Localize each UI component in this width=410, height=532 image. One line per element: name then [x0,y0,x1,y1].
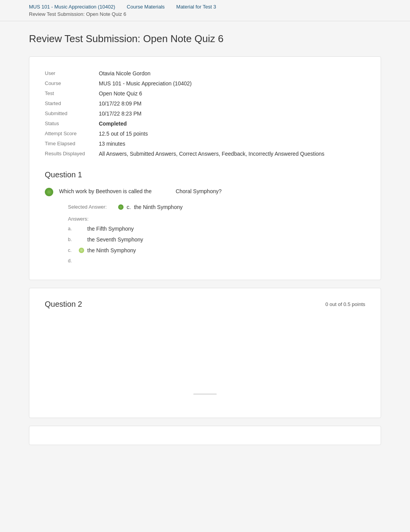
answer-text-b: the Seventh Symphony [87,236,143,243]
answer-item-b: b. the Seventh Symphony [68,236,365,243]
results-value: All Answers, Submitted Answers, Correct … [99,149,365,159]
answer-dot-c [79,248,84,253]
answer-item-a: a. the Fifth Symphony [68,226,365,232]
info-row-submitted: Submitted 10/17/22 8:23 PM [45,109,365,119]
question1-text-blank [153,188,174,194]
answer-dot-a [79,226,84,231]
question2-header: Question 2 0 out of 0.5 points [45,300,365,309]
status-label: Status [45,119,99,129]
breadcrumb-current: Review Test Submission: Open Note Quiz 6 [29,11,381,17]
question1-body: Which work by Beethoven is called the Ch… [45,187,365,196]
course-label: Course [45,78,99,88]
time-label: Time Elapsed [45,139,99,149]
question2-content [45,316,365,394]
results-label: Results Displayed [45,149,99,159]
time-value: 13 minutes [99,139,365,149]
question1-text: Which work by Beethoven is called the Ch… [59,187,222,195]
question1-header: Question 1 [45,170,365,179]
submission-info-table: User Otavia Nicole Gordon Course MUS 101… [45,68,365,159]
status-value: Completed [99,119,365,129]
answer-letter-b: b. [68,237,76,242]
info-row-started: Started 10/17/22 8:09 PM [45,99,365,109]
question2-title: Question 2 [45,300,82,309]
answer-letter-c: c. [68,248,76,253]
breadcrumb-line1: MUS 101 - Music Appreciation (10402) Cou… [29,4,381,10]
breadcrumb-materials[interactable]: Course Materials [127,4,164,10]
answer-dot-b [79,237,84,242]
score-label: Attempt Score [45,129,99,139]
selected-answer-dot [118,204,124,210]
info-row-status: Status Completed [45,119,365,129]
answer-letter-a: a. [68,226,76,231]
question1-title: Question 1 [45,170,82,179]
selected-answer-value: c. the Ninth Symphony [118,204,183,210]
started-value: 10/17/22 8:09 PM [99,99,365,109]
breadcrumb-course[interactable]: MUS 101 - Music Appreciation (10402) [29,4,115,10]
started-label: Started [45,99,99,109]
main-content: Review Test Submission: Open Note Quiz 6… [0,21,410,464]
answers-label: Answers: [68,216,365,222]
info-row-results: Results Displayed All Answers, Submitted… [45,149,365,159]
submitted-value: 10/17/22 8:23 PM [99,109,365,119]
answer-list: a. the Fifth Symphony b. the Seventh Sym… [68,226,365,263]
answer-item-c: c. the Ninth Symphony [68,247,365,253]
answer-item-d: d. [68,258,365,263]
selected-answer-text: the Ninth Symphony [134,204,183,210]
score-value: 12.5 out of 15 points [99,129,365,139]
selected-answer-letter: c. [127,204,131,210]
info-row-time: Time Elapsed 13 minutes [45,139,365,149]
question1-text-part1: Which work by Beethoven is called the [59,188,152,194]
course-value: MUS 101 - Music Appreciation (10402) [99,78,365,88]
question1-section: Question 1 Which work by Beethoven is ca… [45,170,365,263]
submitted-label: Submitted [45,109,99,119]
divider [193,394,217,394]
answer-letter-d: d. [68,258,76,263]
answer-text-a: the Fifth Symphony [87,226,134,232]
correct-icon [45,188,53,196]
info-row-course: Course MUS 101 - Music Appreciation (104… [45,78,365,88]
test-label: Test [45,88,99,99]
breadcrumb-bar: MUS 101 - Music Appreciation (10402) Cou… [0,0,410,21]
selected-answer-row: Selected Answer: c. the Ninth Symphony [68,204,365,210]
answers-section: Answers: a. the Fifth Symphony b. the Se… [68,216,365,263]
selected-answer-label: Selected Answer: [68,204,118,210]
question2-score: 0 out of 0.5 points [325,301,365,307]
answer-dot-d [79,258,84,263]
test-value: Open Note Quiz 6 [99,88,365,99]
bottom-card [29,426,381,445]
info-row-test: Test Open Note Quiz 6 [45,88,365,99]
info-card: User Otavia Nicole Gordon Course MUS 101… [29,56,381,280]
question2-section: Question 2 0 out of 0.5 points [29,288,381,418]
user-value: Otavia Nicole Gordon [99,68,365,78]
info-row-score: Attempt Score 12.5 out of 15 points [45,129,365,139]
question1-text-part2: Choral Symphony? [176,188,222,194]
answer-text-c: the Ninth Symphony [87,247,136,253]
user-label: User [45,68,99,78]
page-title: Review Test Submission: Open Note Quiz 6 [29,33,381,45]
info-row-user: User Otavia Nicole Gordon [45,68,365,78]
breadcrumb-test[interactable]: Material for Test 3 [176,4,216,10]
